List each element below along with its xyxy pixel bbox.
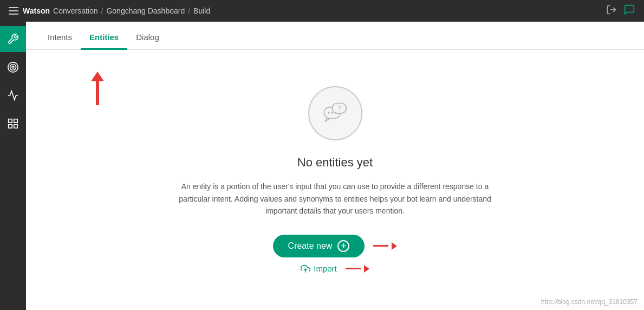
sep1: / [101, 7, 103, 15]
arrow-annotation [91, 72, 104, 105]
hamburger-menu[interactable] [9, 7, 18, 15]
empty-state-description: An entity is a portion of the user's inp… [178, 180, 492, 217]
main-content: ? No entities yet An entity is a portion… [26, 50, 644, 310]
tab-entities[interactable]: Entities [81, 33, 127, 50]
brand-bold: Watson [23, 7, 50, 15]
horiz-arrow-shaft [373, 245, 388, 247]
create-new-row: Create new + [273, 235, 398, 257]
svg-text:?: ? [337, 105, 341, 113]
horiz-arrow-head [392, 242, 397, 250]
empty-state-title: No entities yet [297, 156, 373, 170]
arrow-shaft [96, 81, 99, 105]
content-area: Intents Entities Dialog [26, 22, 644, 310]
empty-state-icon: ? [308, 86, 362, 140]
svg-point-3 [12, 66, 14, 68]
tab-dialog[interactable]: Dialog [127, 33, 168, 50]
import-horiz-head [364, 265, 369, 273]
crumb1: Gongchang Dashboard [106, 7, 185, 15]
sidebar-item-analytics[interactable] [0, 82, 26, 108]
svg-point-9 [328, 112, 330, 114]
tab-intents[interactable]: Intents [39, 33, 81, 50]
import-link[interactable]: Import [301, 264, 337, 274]
sidebar [0, 22, 26, 310]
arrow-up-head [91, 72, 104, 81]
svg-rect-6 [9, 125, 12, 128]
import-horiz-shaft [346, 268, 361, 269]
import-arrow-annotation [346, 265, 369, 273]
svg-point-2 [10, 64, 16, 70]
svg-rect-5 [14, 119, 17, 122]
sidebar-item-target[interactable] [0, 54, 26, 80]
exit-icon[interactable] [606, 4, 617, 18]
crumb2: Build [193, 7, 210, 15]
svg-point-1 [8, 62, 18, 72]
watermark: http://blog.csdn.net/qq_31810357 [541, 298, 638, 306]
brand-rest: Conversation [53, 7, 98, 15]
svg-rect-4 [9, 119, 12, 122]
sidebar-item-grid[interactable] [0, 111, 26, 137]
svg-point-10 [331, 112, 333, 114]
sep2: / [188, 7, 190, 15]
topbar: Watson Conversation / Gongchang Dashboar… [0, 0, 644, 22]
import-label: Import [314, 264, 337, 273]
breadcrumb: Watson Conversation / Gongchang Dashboar… [23, 7, 210, 15]
tabs-bar: Intents Entities Dialog [26, 22, 644, 50]
create-new-button[interactable]: Create new + [273, 235, 365, 257]
plus-circle-icon: + [337, 240, 349, 252]
chat-bubbles-icon: ? [320, 98, 350, 128]
sidebar-item-tools[interactable] [0, 26, 26, 52]
import-row: Import [301, 264, 369, 274]
create-new-label: Create new [288, 241, 333, 251]
upload-icon [301, 264, 310, 274]
svg-rect-7 [14, 125, 17, 128]
chat-icon[interactable] [623, 4, 635, 18]
right-arrow-annotation [373, 242, 397, 250]
